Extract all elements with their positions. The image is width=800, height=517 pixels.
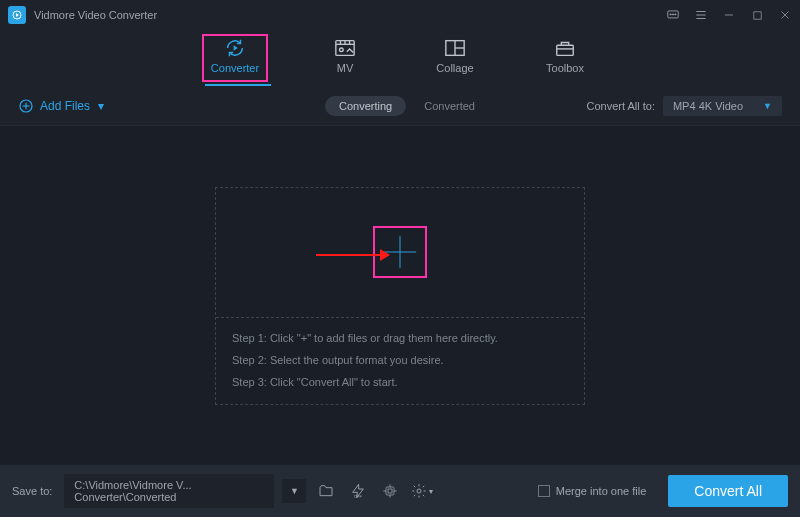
converting-tab[interactable]: Converting bbox=[325, 96, 406, 116]
dropzone: Step 1: Click "+" to add files or drag t… bbox=[215, 187, 585, 405]
convert-all-to-label: Convert All to: bbox=[586, 100, 654, 112]
merge-label: Merge into one file bbox=[556, 485, 647, 497]
chevron-down-icon: ▼ bbox=[763, 101, 772, 111]
svg-point-4 bbox=[672, 14, 673, 15]
main-tabs: Converter MV Collage Toolbox bbox=[0, 30, 800, 86]
maximize-button[interactable] bbox=[750, 8, 764, 22]
save-path-field[interactable]: C:\Vidmore\Vidmore V... Converter\Conver… bbox=[64, 474, 274, 508]
step-2: Step 2: Select the output format you des… bbox=[232, 354, 568, 366]
tab-collage[interactable]: Collage bbox=[422, 34, 488, 82]
svg-text:OFF: OFF bbox=[354, 494, 363, 499]
tab-converter[interactable]: Converter bbox=[202, 34, 268, 82]
output-format-select[interactable]: MP4 4K Video ▼ bbox=[663, 96, 782, 116]
high-speed-button[interactable] bbox=[378, 479, 402, 503]
plus-circle-icon bbox=[18, 98, 34, 114]
toolbox-icon bbox=[553, 38, 577, 58]
feedback-icon[interactable] bbox=[666, 8, 680, 22]
convert-all-to: Convert All to: MP4 4K Video ▼ bbox=[586, 96, 782, 116]
svg-point-5 bbox=[675, 14, 676, 15]
chevron-down-icon: ▾ bbox=[429, 487, 433, 496]
convert-all-button[interactable]: Convert All bbox=[668, 475, 788, 507]
svg-point-19 bbox=[340, 48, 344, 52]
main-area: Step 1: Click "+" to add files or drag t… bbox=[0, 126, 800, 465]
converter-icon bbox=[223, 38, 247, 58]
minimize-button[interactable] bbox=[722, 8, 736, 22]
svg-point-40 bbox=[417, 489, 421, 493]
menu-icon[interactable] bbox=[694, 8, 708, 22]
app-logo-icon bbox=[8, 6, 26, 24]
secondary-bar: Add Files ▾ Converting Converted Convert… bbox=[0, 86, 800, 126]
dropzone-steps: Step 1: Click "+" to add files or drag t… bbox=[216, 318, 584, 404]
svg-rect-23 bbox=[557, 45, 574, 55]
lightning-icon: OFF bbox=[350, 483, 366, 499]
merge-checkbox[interactable]: Merge into one file bbox=[538, 485, 647, 497]
converted-tab[interactable]: Converted bbox=[424, 100, 475, 112]
checkbox-box-icon bbox=[538, 485, 550, 497]
mode-toggle: Converting Converted bbox=[325, 96, 475, 116]
chip-icon bbox=[382, 483, 398, 499]
svg-marker-1 bbox=[16, 13, 19, 17]
mv-icon bbox=[333, 38, 357, 58]
folder-icon bbox=[318, 483, 334, 499]
svg-point-3 bbox=[670, 14, 671, 15]
gear-icon bbox=[411, 483, 427, 499]
tab-mv-label: MV bbox=[337, 62, 354, 74]
dropzone-upper[interactable] bbox=[216, 188, 584, 318]
svg-rect-35 bbox=[388, 489, 392, 493]
collage-icon bbox=[443, 38, 467, 58]
bottom-bar: Save to: C:\Vidmore\Vidmore V... Convert… bbox=[0, 465, 800, 517]
annotation-arrow-icon bbox=[316, 248, 390, 262]
svg-marker-13 bbox=[234, 45, 238, 51]
tab-mv[interactable]: MV bbox=[312, 34, 378, 82]
add-files-label: Add Files bbox=[40, 99, 90, 113]
save-to-label: Save to: bbox=[12, 485, 52, 497]
add-files-button[interactable]: Add Files ▾ bbox=[18, 98, 104, 114]
chevron-down-icon: ▾ bbox=[98, 99, 104, 113]
tab-collage-label: Collage bbox=[436, 62, 473, 74]
tab-toolbox[interactable]: Toolbox bbox=[532, 34, 598, 82]
tab-toolbox-label: Toolbox bbox=[546, 62, 584, 74]
svg-rect-34 bbox=[386, 487, 394, 495]
titlebar: Vidmore Video Converter bbox=[0, 0, 800, 30]
step-3: Step 3: Click "Convert All" to start. bbox=[232, 376, 568, 388]
app-title: Vidmore Video Converter bbox=[34, 9, 157, 21]
svg-rect-10 bbox=[753, 11, 760, 18]
format-selected-value: MP4 4K Video bbox=[673, 100, 743, 112]
svg-marker-29 bbox=[380, 249, 390, 261]
tab-converter-label: Converter bbox=[211, 62, 259, 74]
save-path-dropdown[interactable]: ▼ bbox=[282, 479, 306, 503]
open-folder-button[interactable] bbox=[314, 479, 338, 503]
settings-button[interactable]: ▾ bbox=[410, 479, 434, 503]
close-button[interactable] bbox=[778, 8, 792, 22]
hardware-accel-button[interactable]: OFF bbox=[346, 479, 370, 503]
step-1: Step 1: Click "+" to add files or drag t… bbox=[232, 332, 568, 344]
